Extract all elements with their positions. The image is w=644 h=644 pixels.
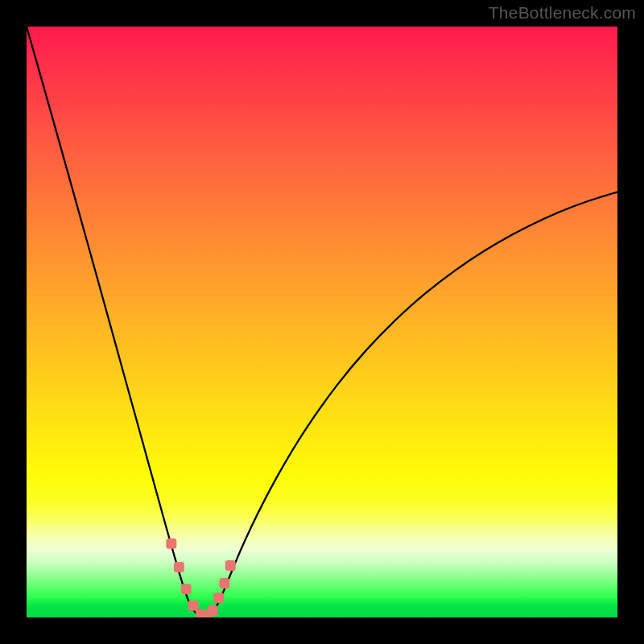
- curve-layer: [27, 27, 617, 617]
- bottleneck-curve: [27, 27, 617, 617]
- curve-markers: [166, 539, 235, 617]
- curve-marker: [174, 562, 184, 572]
- curve-marker: [166, 539, 176, 549]
- watermark-text: TheBottleneck.com: [489, 3, 636, 23]
- curve-marker: [213, 592, 224, 603]
- chart-frame: TheBottleneck.com: [0, 0, 644, 644]
- curve-marker: [219, 578, 229, 588]
- curve-marker: [225, 560, 236, 571]
- curve-marker: [181, 584, 192, 594]
- curve-marker: [188, 601, 198, 611]
- plot-area: [27, 27, 617, 617]
- curve-marker: [208, 605, 218, 616]
